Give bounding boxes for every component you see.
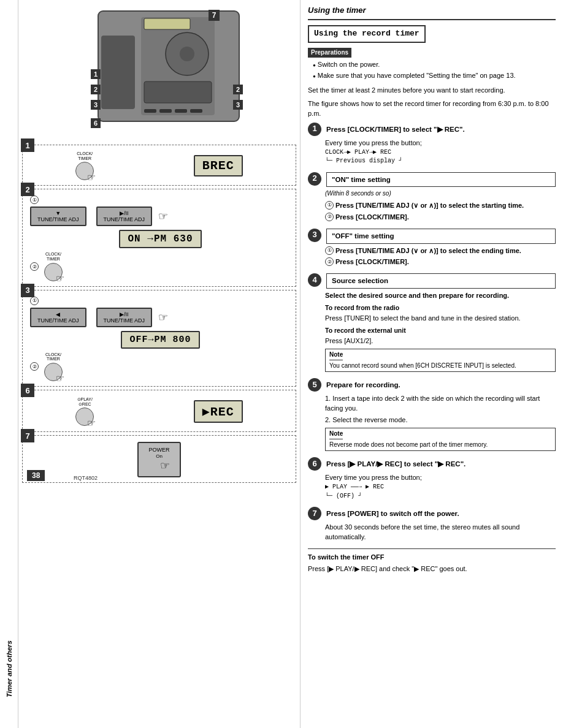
step4-container: 4 Source selection Select the desired so… bbox=[308, 273, 556, 372]
step1-display: BREC bbox=[194, 155, 243, 176]
step6-display: ▶REC bbox=[194, 400, 243, 423]
prep-note2: The figure shows how to set the record t… bbox=[308, 99, 556, 119]
step6-title: Press [▶ PLAY/▶ REC] to select "▶ REC". bbox=[326, 457, 556, 471]
svg-text:2: 2 bbox=[93, 86, 97, 93]
step1-num: 1 bbox=[308, 123, 321, 136]
step5-header: 5 Prepare for recording. bbox=[308, 378, 556, 392]
step3-sub1: ① Press [TUNE/TIME ADJ (∨ or ∧)] to sele… bbox=[325, 246, 556, 256]
svg-rect-9 bbox=[190, 109, 202, 113]
step5-item2: Select the reverse mode. bbox=[332, 416, 407, 423]
step7-header: 7 Press [POWER] to switch off the power. bbox=[308, 507, 556, 520]
page-header: Using the timer bbox=[308, 5, 556, 20]
step2-within: (Within 8 seconds or so) bbox=[325, 189, 556, 199]
step6-label: 6 bbox=[21, 384, 34, 397]
footer-section: To switch the timer OFF Press [▶ PLAY/▶ … bbox=[308, 553, 556, 574]
svg-rect-5 bbox=[144, 82, 212, 103]
step2-sub1: ① Press [TUNE/TIME ADJ (∨ or ∧)] to sele… bbox=[325, 201, 556, 211]
step2-sub2: ② Press [CLOCK/TIMER]. bbox=[325, 213, 556, 222]
step7-title: Press [POWER] to switch off the power. bbox=[326, 507, 556, 520]
rqt-code: RQT4802 bbox=[74, 475, 98, 481]
tune-down-btn: ▼TUNE/TIME ADJ bbox=[30, 207, 86, 226]
bullet-list: Switch on the power. Make sure that you … bbox=[313, 60, 556, 81]
step7-container: 7 Press [POWER] to switch off the power.… bbox=[308, 507, 556, 542]
step2-header: 2 "ON" time setting bbox=[308, 172, 556, 188]
step6-sequence2: └─ (OFF) ┘ bbox=[325, 492, 556, 501]
step3-display: OFF→PM 800 bbox=[121, 331, 199, 349]
step1-label: 1 bbox=[21, 138, 34, 152]
svg-text:1: 1 bbox=[93, 70, 97, 78]
step2-label: 2 bbox=[21, 183, 34, 196]
step4-note-text: You cannot record sound when [6CH DISCRE… bbox=[329, 362, 551, 371]
svg-text:2: 2 bbox=[236, 86, 239, 93]
preparations-label: Preparations bbox=[308, 48, 351, 58]
power-btn-diagram: POWEROn ☞ bbox=[137, 442, 180, 477]
step5-item1: Insert a tape into deck 2 with the side … bbox=[325, 395, 540, 412]
footer-title: To switch the timer OFF bbox=[308, 553, 556, 563]
header-title: Using the timer bbox=[308, 6, 366, 15]
sidebar: Timer and others bbox=[0, 0, 18, 728]
step3-label: 3 bbox=[21, 284, 34, 297]
step4-ext-text: Press [AUX1/2]. bbox=[325, 336, 556, 346]
step6-btn: ☞ bbox=[75, 408, 94, 426]
step3-play-btn: ▶/IITUNE/TIME ADJ bbox=[96, 308, 153, 327]
step4-radio-title: To record from the radio bbox=[325, 303, 556, 313]
svg-text:7: 7 bbox=[212, 11, 216, 20]
step7-diagram: 7 POWEROn ☞ bbox=[22, 435, 296, 483]
step6-header: 6 Press [▶ PLAY/▶ REC] to select "▶ REC"… bbox=[308, 457, 556, 471]
step1-container: 1 Press [CLOCK/TIMER] to select "▶ REC".… bbox=[308, 123, 556, 166]
step4-intro: Select the desired source and then prepa… bbox=[325, 291, 556, 301]
device-diagram: 7 1 2 3 6 2 3 bbox=[80, 5, 239, 140]
step3-header: 3 "OFF" time setting bbox=[308, 229, 556, 244]
clock-btn-circle: ☞ bbox=[75, 162, 94, 180]
step1-sequence: CLOCK→▶ PLAY→▶ REC bbox=[325, 148, 556, 157]
step7-label: 7 bbox=[21, 429, 34, 442]
step5-note-label: Note bbox=[329, 430, 343, 439]
step2-num: 2 bbox=[308, 172, 321, 186]
footer-divider bbox=[308, 548, 556, 549]
prep-bullet-1: Switch on the power. bbox=[313, 60, 556, 70]
step1-sequence2: └─ Previous display ┘ bbox=[325, 157, 556, 166]
step4-num: 4 bbox=[308, 273, 321, 287]
step1-header: 1 Press [CLOCK/TIMER] to select "▶ REC". bbox=[308, 123, 556, 136]
step6-detail: Every time you press the button; bbox=[325, 473, 556, 483]
step3-container: 3 "OFF" time setting ① Press [TUNE/TIME … bbox=[308, 229, 556, 268]
svg-rect-7 bbox=[159, 109, 172, 113]
step5-note: Note Reverse mode does not become part o… bbox=[325, 428, 556, 451]
page-number: 38 bbox=[27, 470, 45, 481]
step5-note-text: Reverse mode does not become part of the… bbox=[329, 441, 551, 450]
svg-text:6: 6 bbox=[93, 119, 97, 127]
step4-title: Source selection bbox=[326, 273, 556, 289]
step4-note-label: Note bbox=[329, 351, 343, 360]
step6-num: 6 bbox=[308, 457, 321, 471]
play-btn: ▶/IITUNE/TIME ADJ bbox=[96, 207, 153, 226]
svg-text:3: 3 bbox=[236, 101, 239, 108]
step2-container: 2 "ON" time setting (Within 8 seconds or… bbox=[308, 172, 556, 222]
step1-detail: Every time you press the button; bbox=[325, 138, 556, 148]
step4-note: Note You cannot record sound when [6CH D… bbox=[325, 349, 556, 372]
step7-num: 7 bbox=[308, 507, 321, 520]
step3-clock-btn: ☞ bbox=[44, 363, 63, 381]
step3-tune-back-btn: ◀TUNE/TIME ADJ bbox=[30, 308, 86, 327]
step3-sub2: ② Press [CLOCK/TIMER]. bbox=[325, 257, 556, 267]
step3-title: "OFF" time setting bbox=[326, 229, 556, 244]
step3-diagram: 3 ① ◀TUNE/TIME ADJ ▶/IITUNE/TIME ADJ ☞ O… bbox=[22, 290, 296, 387]
step7-detail: About 30 seconds before the set time, th… bbox=[325, 523, 556, 542]
step6-diagram: 6 ⊙PLAY/⊙REC ☞ ▶REC bbox=[22, 390, 296, 432]
section-title: Using the record timer bbox=[308, 25, 426, 43]
clock-timer-btn-area: CLOCK/TIMER ☞ bbox=[75, 151, 94, 180]
svg-rect-1 bbox=[101, 36, 135, 109]
prep-note1: Set the timer at least 2 minutes before … bbox=[308, 86, 556, 96]
step1-title: Press [CLOCK/TIMER] to select "▶ REC". bbox=[326, 123, 556, 136]
step4-radio-text: Press [TUNER] to select the band and tun… bbox=[325, 314, 556, 324]
svg-text:3: 3 bbox=[93, 101, 97, 108]
step4-ext-title: To record the external unit bbox=[325, 326, 556, 335]
left-panel: 7 1 2 3 6 2 3 1 bbox=[18, 0, 301, 728]
step4-header: 4 Source selection bbox=[308, 273, 556, 289]
svg-rect-6 bbox=[144, 109, 156, 113]
sidebar-label: Timer and others bbox=[6, 640, 13, 697]
step3-num: 3 bbox=[308, 229, 321, 242]
right-panel: Using the timer Using the record timer P… bbox=[301, 0, 563, 728]
svg-rect-8 bbox=[175, 109, 187, 113]
svg-rect-10 bbox=[144, 18, 190, 29]
prep-bullet-2: Make sure that you have completed "Setti… bbox=[313, 71, 556, 81]
